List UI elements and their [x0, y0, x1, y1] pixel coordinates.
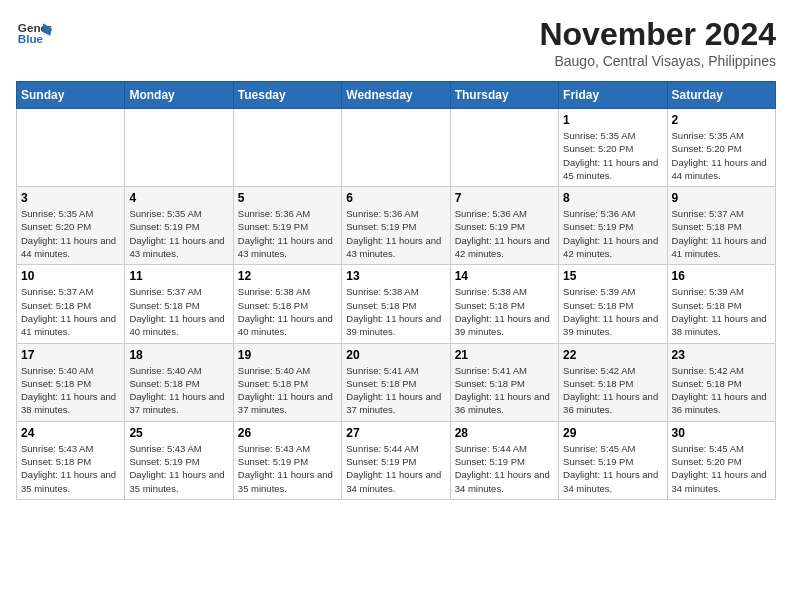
- calendar-cell: 3Sunrise: 5:35 AM Sunset: 5:20 PM Daylig…: [17, 187, 125, 265]
- day-number: 21: [455, 348, 554, 362]
- day-number: 14: [455, 269, 554, 283]
- day-info: Sunrise: 5:39 AM Sunset: 5:18 PM Dayligh…: [563, 285, 662, 338]
- calendar-cell: 12Sunrise: 5:38 AM Sunset: 5:18 PM Dayli…: [233, 265, 341, 343]
- day-info: Sunrise: 5:38 AM Sunset: 5:18 PM Dayligh…: [455, 285, 554, 338]
- day-info: Sunrise: 5:44 AM Sunset: 5:19 PM Dayligh…: [346, 442, 445, 495]
- day-info: Sunrise: 5:37 AM Sunset: 5:18 PM Dayligh…: [129, 285, 228, 338]
- day-number: 15: [563, 269, 662, 283]
- calendar-cell: 15Sunrise: 5:39 AM Sunset: 5:18 PM Dayli…: [559, 265, 667, 343]
- calendar-cell: 13Sunrise: 5:38 AM Sunset: 5:18 PM Dayli…: [342, 265, 450, 343]
- calendar-cell: 30Sunrise: 5:45 AM Sunset: 5:20 PM Dayli…: [667, 421, 775, 499]
- calendar-cell: 14Sunrise: 5:38 AM Sunset: 5:18 PM Dayli…: [450, 265, 558, 343]
- day-info: Sunrise: 5:41 AM Sunset: 5:18 PM Dayligh…: [455, 364, 554, 417]
- calendar-cell: 22Sunrise: 5:42 AM Sunset: 5:18 PM Dayli…: [559, 343, 667, 421]
- month-title: November 2024: [539, 16, 776, 53]
- day-number: 29: [563, 426, 662, 440]
- week-row-3: 17Sunrise: 5:40 AM Sunset: 5:18 PM Dayli…: [17, 343, 776, 421]
- day-number: 9: [672, 191, 771, 205]
- calendar-cell: [450, 109, 558, 187]
- day-number: 13: [346, 269, 445, 283]
- day-info: Sunrise: 5:42 AM Sunset: 5:18 PM Dayligh…: [672, 364, 771, 417]
- day-number: 6: [346, 191, 445, 205]
- day-info: Sunrise: 5:41 AM Sunset: 5:18 PM Dayligh…: [346, 364, 445, 417]
- weekday-header-monday: Monday: [125, 82, 233, 109]
- calendar-cell: 28Sunrise: 5:44 AM Sunset: 5:19 PM Dayli…: [450, 421, 558, 499]
- calendar-cell: [342, 109, 450, 187]
- weekday-header-tuesday: Tuesday: [233, 82, 341, 109]
- title-area: November 2024 Baugo, Central Visayas, Ph…: [539, 16, 776, 69]
- calendar-cell: 23Sunrise: 5:42 AM Sunset: 5:18 PM Dayli…: [667, 343, 775, 421]
- calendar-cell: 17Sunrise: 5:40 AM Sunset: 5:18 PM Dayli…: [17, 343, 125, 421]
- calendar-cell: 27Sunrise: 5:44 AM Sunset: 5:19 PM Dayli…: [342, 421, 450, 499]
- day-number: 11: [129, 269, 228, 283]
- day-number: 27: [346, 426, 445, 440]
- day-info: Sunrise: 5:35 AM Sunset: 5:20 PM Dayligh…: [672, 129, 771, 182]
- calendar-cell: 29Sunrise: 5:45 AM Sunset: 5:19 PM Dayli…: [559, 421, 667, 499]
- day-info: Sunrise: 5:40 AM Sunset: 5:18 PM Dayligh…: [238, 364, 337, 417]
- calendar-cell: 19Sunrise: 5:40 AM Sunset: 5:18 PM Dayli…: [233, 343, 341, 421]
- calendar-cell: 16Sunrise: 5:39 AM Sunset: 5:18 PM Dayli…: [667, 265, 775, 343]
- day-info: Sunrise: 5:37 AM Sunset: 5:18 PM Dayligh…: [21, 285, 120, 338]
- calendar-cell: 20Sunrise: 5:41 AM Sunset: 5:18 PM Dayli…: [342, 343, 450, 421]
- day-number: 1: [563, 113, 662, 127]
- day-number: 5: [238, 191, 337, 205]
- day-number: 28: [455, 426, 554, 440]
- week-row-2: 10Sunrise: 5:37 AM Sunset: 5:18 PM Dayli…: [17, 265, 776, 343]
- calendar-cell: 25Sunrise: 5:43 AM Sunset: 5:19 PM Dayli…: [125, 421, 233, 499]
- day-number: 23: [672, 348, 771, 362]
- day-number: 19: [238, 348, 337, 362]
- day-number: 3: [21, 191, 120, 205]
- calendar-cell: 18Sunrise: 5:40 AM Sunset: 5:18 PM Dayli…: [125, 343, 233, 421]
- day-info: Sunrise: 5:42 AM Sunset: 5:18 PM Dayligh…: [563, 364, 662, 417]
- calendar-table: SundayMondayTuesdayWednesdayThursdayFrid…: [16, 81, 776, 500]
- day-info: Sunrise: 5:39 AM Sunset: 5:18 PM Dayligh…: [672, 285, 771, 338]
- day-info: Sunrise: 5:36 AM Sunset: 5:19 PM Dayligh…: [563, 207, 662, 260]
- logo: General Blue: [16, 16, 52, 52]
- weekday-header-wednesday: Wednesday: [342, 82, 450, 109]
- calendar-cell: 6Sunrise: 5:36 AM Sunset: 5:19 PM Daylig…: [342, 187, 450, 265]
- day-info: Sunrise: 5:38 AM Sunset: 5:18 PM Dayligh…: [238, 285, 337, 338]
- day-number: 26: [238, 426, 337, 440]
- calendar-cell: 26Sunrise: 5:43 AM Sunset: 5:19 PM Dayli…: [233, 421, 341, 499]
- day-number: 12: [238, 269, 337, 283]
- day-number: 20: [346, 348, 445, 362]
- day-info: Sunrise: 5:45 AM Sunset: 5:20 PM Dayligh…: [672, 442, 771, 495]
- weekday-header-sunday: Sunday: [17, 82, 125, 109]
- day-number: 16: [672, 269, 771, 283]
- calendar-cell: 8Sunrise: 5:36 AM Sunset: 5:19 PM Daylig…: [559, 187, 667, 265]
- day-number: 2: [672, 113, 771, 127]
- day-info: Sunrise: 5:38 AM Sunset: 5:18 PM Dayligh…: [346, 285, 445, 338]
- calendar-cell: 2Sunrise: 5:35 AM Sunset: 5:20 PM Daylig…: [667, 109, 775, 187]
- week-row-0: 1Sunrise: 5:35 AM Sunset: 5:20 PM Daylig…: [17, 109, 776, 187]
- calendar-cell: [17, 109, 125, 187]
- day-number: 30: [672, 426, 771, 440]
- day-info: Sunrise: 5:44 AM Sunset: 5:19 PM Dayligh…: [455, 442, 554, 495]
- calendar-cell: 24Sunrise: 5:43 AM Sunset: 5:18 PM Dayli…: [17, 421, 125, 499]
- day-info: Sunrise: 5:36 AM Sunset: 5:19 PM Dayligh…: [346, 207, 445, 260]
- calendar-cell: 21Sunrise: 5:41 AM Sunset: 5:18 PM Dayli…: [450, 343, 558, 421]
- svg-text:Blue: Blue: [18, 32, 44, 45]
- calendar-cell: 5Sunrise: 5:36 AM Sunset: 5:19 PM Daylig…: [233, 187, 341, 265]
- day-number: 17: [21, 348, 120, 362]
- calendar-cell: 1Sunrise: 5:35 AM Sunset: 5:20 PM Daylig…: [559, 109, 667, 187]
- day-number: 4: [129, 191, 228, 205]
- weekday-header-thursday: Thursday: [450, 82, 558, 109]
- day-info: Sunrise: 5:40 AM Sunset: 5:18 PM Dayligh…: [21, 364, 120, 417]
- day-number: 22: [563, 348, 662, 362]
- day-number: 7: [455, 191, 554, 205]
- day-info: Sunrise: 5:43 AM Sunset: 5:18 PM Dayligh…: [21, 442, 120, 495]
- day-info: Sunrise: 5:43 AM Sunset: 5:19 PM Dayligh…: [129, 442, 228, 495]
- day-number: 18: [129, 348, 228, 362]
- day-info: Sunrise: 5:35 AM Sunset: 5:20 PM Dayligh…: [563, 129, 662, 182]
- calendar-cell: [233, 109, 341, 187]
- day-info: Sunrise: 5:36 AM Sunset: 5:19 PM Dayligh…: [455, 207, 554, 260]
- day-info: Sunrise: 5:36 AM Sunset: 5:19 PM Dayligh…: [238, 207, 337, 260]
- day-number: 25: [129, 426, 228, 440]
- day-number: 10: [21, 269, 120, 283]
- calendar-cell: [125, 109, 233, 187]
- day-info: Sunrise: 5:35 AM Sunset: 5:20 PM Dayligh…: [21, 207, 120, 260]
- day-number: 24: [21, 426, 120, 440]
- calendar-cell: 4Sunrise: 5:35 AM Sunset: 5:19 PM Daylig…: [125, 187, 233, 265]
- weekday-header-row: SundayMondayTuesdayWednesdayThursdayFrid…: [17, 82, 776, 109]
- day-info: Sunrise: 5:37 AM Sunset: 5:18 PM Dayligh…: [672, 207, 771, 260]
